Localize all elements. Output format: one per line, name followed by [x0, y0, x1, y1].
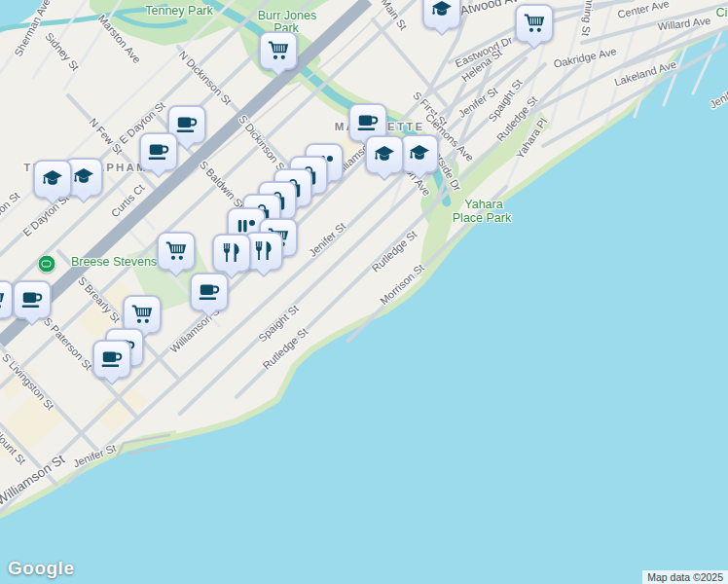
cart-icon — [267, 39, 290, 62]
cart-icon — [523, 12, 546, 35]
park-label: Burr Jones — [258, 9, 316, 22]
cart-icon — [130, 303, 154, 326]
stadium-icon[interactable] — [38, 255, 56, 274]
coffee-icon — [100, 347, 124, 371]
grad-icon — [373, 143, 396, 166]
map-canvas[interactable]: Sherman AveSidney StMarston AveN Dickins… — [0, 0, 728, 584]
park-label: Circle Park — [715, 6, 728, 19]
poi-pin-grad[interactable] — [400, 134, 439, 173]
cart-icon — [164, 239, 188, 263]
grad-icon — [41, 167, 64, 191]
park-label: Tenney Park — [145, 4, 212, 18]
poi-pin-coffee[interactable] — [92, 340, 131, 379]
coffee-icon — [198, 280, 221, 304]
grad-icon — [430, 0, 454, 21]
poi-pin-restaurant[interactable] — [212, 234, 251, 273]
restaurant-icon — [220, 241, 243, 265]
coffee-icon — [175, 113, 199, 136]
coffee-icon — [20, 288, 44, 311]
park-label: Yahara — [464, 198, 502, 211]
poi-pin-cart[interactable] — [259, 31, 298, 70]
park-label: Place Park — [453, 211, 511, 225]
poi-pin-grad[interactable] — [365, 135, 404, 174]
poi-pin-grad[interactable] — [422, 0, 461, 29]
poi-pin-coffee[interactable] — [139, 132, 178, 171]
poi-pin-coffee[interactable] — [190, 273, 229, 311]
poi-pin-cart[interactable] — [0, 280, 14, 319]
restaurant-icon — [252, 239, 275, 263]
cart-icon — [0, 288, 6, 311]
grad-icon — [72, 165, 95, 189]
poi-pin-cart[interactable] — [515, 4, 554, 43]
poi-pin-cart[interactable] — [157, 232, 196, 271]
poi-label: Breese Stevens — [71, 255, 157, 269]
coffee-icon — [356, 111, 380, 134]
coffee-icon — [147, 140, 170, 164]
google-logo[interactable]: Google — [8, 558, 74, 579]
map-attribution: Map data ©2025 — [642, 570, 728, 584]
base-map-graphics — [0, 0, 728, 584]
grad-icon — [408, 142, 431, 165]
poi-pin-grad[interactable] — [33, 160, 72, 199]
poi-pin-coffee[interactable] — [13, 280, 52, 319]
